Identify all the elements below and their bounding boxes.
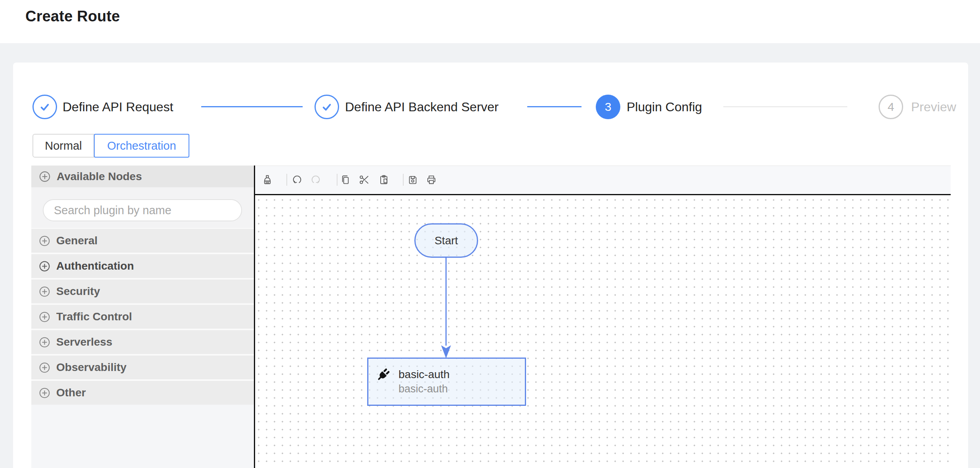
save-floppy-icon	[407, 174, 418, 185]
create-route-page: Create Route Define API Request Define A…	[0, 0, 980, 468]
sidebar-header-label: Available Nodes	[57, 170, 142, 183]
plus-circle-icon	[38, 336, 51, 349]
copy-icon	[340, 174, 351, 185]
step-3-label: Plugin Config	[627, 95, 702, 119]
sidebar-filler	[31, 405, 254, 468]
toolbar-divider	[337, 174, 337, 186]
plus-circle-icon	[38, 234, 51, 247]
node-start[interactable]: Start	[414, 223, 478, 258]
category-label: Security	[56, 285, 100, 298]
copy-button[interactable]	[340, 174, 351, 185]
sidebar-item-other[interactable]: Other	[31, 381, 254, 405]
toolbar-divider	[286, 174, 287, 186]
plugin-plug-icon	[374, 366, 392, 386]
sidebar-item-serverless[interactable]: Serverless	[31, 330, 254, 354]
search-input[interactable]	[43, 199, 242, 221]
step-2-check-icon	[315, 95, 339, 119]
paste-icon	[378, 174, 389, 185]
step-connector	[201, 106, 303, 107]
flow-canvas[interactable]: Start basic-auth basic-auth	[255, 195, 951, 468]
print-icon	[426, 174, 437, 185]
undo-button[interactable]	[292, 174, 303, 185]
print-button[interactable]	[426, 174, 437, 185]
node-basic-auth[interactable]: basic-auth basic-auth	[367, 358, 526, 406]
step-2-label: Define API Backend Server	[345, 95, 499, 119]
step-1-label: Define API Request	[63, 95, 173, 119]
category-label: Observability	[56, 361, 126, 374]
step-1-check-icon	[32, 95, 57, 119]
category-label: General	[56, 234, 97, 247]
sidebar-item-security[interactable]: Security	[31, 280, 254, 303]
clear-broom-icon	[262, 174, 273, 185]
toolbar-divider	[403, 174, 404, 186]
plus-circle-icon	[38, 170, 51, 183]
plus-circle-icon	[38, 386, 51, 400]
tab-orchestration[interactable]: Orchestration	[94, 134, 189, 158]
category-label: Other	[56, 386, 86, 399]
sidebar-item-observability[interactable]: Observability	[31, 356, 254, 379]
step-connector	[723, 106, 847, 107]
sidebar-item-authentication[interactable]: Authentication	[31, 254, 254, 278]
category-label: Authentication	[56, 260, 134, 272]
step-3-number: 3	[596, 95, 620, 119]
redo-icon	[310, 174, 321, 185]
page-title: Create Route	[25, 8, 120, 25]
plus-circle-icon	[38, 310, 51, 323]
cut-button[interactable]	[358, 174, 370, 185]
category-label: Serverless	[56, 336, 112, 348]
tab-normal[interactable]: Normal	[32, 134, 94, 158]
step-connector	[527, 106, 582, 107]
clear-button[interactable]	[262, 174, 273, 185]
save-button[interactable]	[407, 174, 418, 185]
sidebar-item-general[interactable]: General	[31, 229, 254, 253]
step-4-number: 4	[879, 95, 903, 119]
top-bar: Create Route	[0, 0, 980, 43]
redo-button[interactable]	[310, 174, 321, 185]
plus-circle-icon	[38, 260, 51, 273]
category-label: Traffic Control	[56, 310, 132, 323]
paste-button[interactable]	[378, 174, 389, 185]
sidebar-item-traffic-control[interactable]: Traffic Control	[31, 305, 254, 329]
cut-scissors-icon	[358, 174, 370, 185]
plus-circle-icon	[38, 361, 51, 374]
edge-start-to-basic-auth	[437, 257, 455, 359]
node-title: basic-auth	[398, 368, 450, 381]
plus-circle-icon	[38, 285, 51, 298]
step-4-label: Preview	[911, 95, 956, 119]
node-subtitle: basic-auth	[398, 383, 448, 395]
sidebar-header: Available Nodes	[31, 166, 254, 187]
undo-icon	[292, 174, 303, 185]
